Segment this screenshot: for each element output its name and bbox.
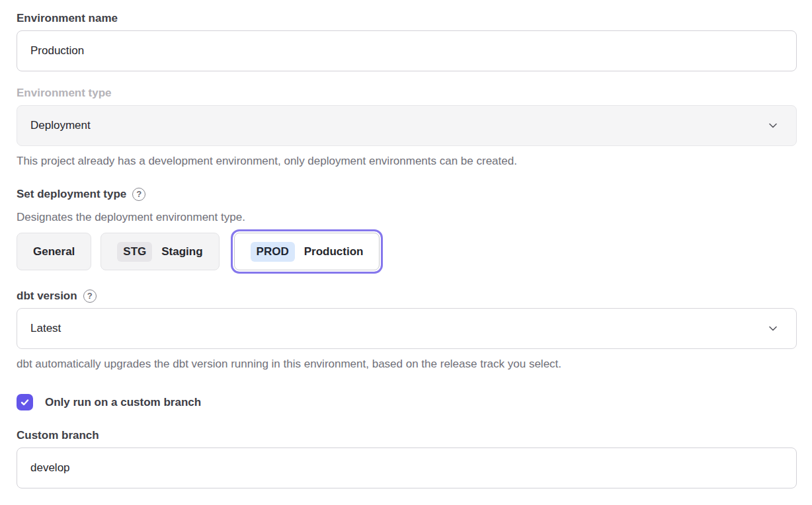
dbt-version-value: Latest [30,322,61,335]
environment-name-label-text: Environment name [17,11,118,25]
dbt-version-label-text: dbt version [17,289,77,303]
deployment-type-options: General STG Staging PROD Production [17,233,797,270]
dbt-version-label: dbt version ? [17,289,797,303]
environment-name-input[interactable] [17,30,797,71]
environment-type-select: Deployment [17,105,797,146]
checkmark-icon [20,397,30,407]
deployment-type-description: Designates the deployment environment ty… [17,210,797,224]
custom-branch-input[interactable] [17,447,797,488]
custom-branch-checkbox[interactable] [17,394,33,410]
chevron-down-icon [767,323,779,334]
deployment-type-heading-text: Set deployment type [17,187,126,201]
custom-branch-label: Custom branch [17,428,797,442]
staging-button-label: Staging [161,245,202,258]
dbt-version-select[interactable]: Latest [17,308,797,349]
environment-type-helper: This project already has a development e… [17,154,797,168]
deployment-type-general-button[interactable]: General [17,233,91,270]
environment-type-label: Environment type [17,86,797,100]
general-button-label: General [33,245,75,258]
custom-branch-checkbox-row: Only run on a custom branch [17,394,797,410]
environment-type-label-text: Environment type [17,86,112,100]
custom-branch-label-text: Custom branch [17,428,99,442]
deployment-type-staging-button[interactable]: STG Staging [101,233,219,270]
environment-name-label: Environment name [17,11,797,25]
help-icon[interactable]: ? [132,188,145,201]
chevron-down-icon [767,120,779,132]
production-badge: PROD [251,242,295,262]
custom-branch-checkbox-label[interactable]: Only run on a custom branch [45,396,201,409]
staging-badge: STG [117,242,152,262]
help-icon[interactable]: ? [83,290,97,303]
environment-settings-form: Environment name Environment type Deploy… [0,0,812,505]
environment-type-value: Deployment [30,119,91,132]
dbt-version-helper: dbt automatically upgrades the dbt versi… [17,357,797,371]
deployment-type-production-button[interactable]: PROD Production [234,233,380,270]
production-button-label: Production [304,245,364,258]
deployment-type-heading: Set deployment type ? [17,187,797,201]
